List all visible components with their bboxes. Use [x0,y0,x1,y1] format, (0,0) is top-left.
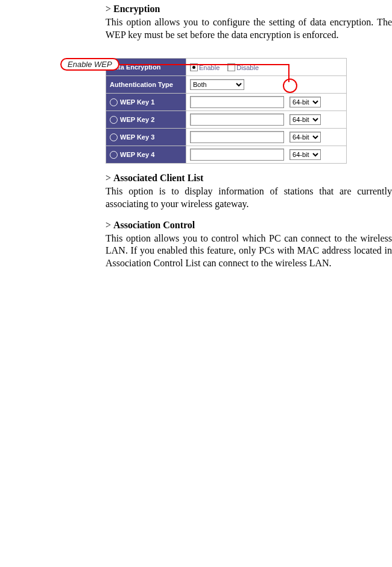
wep-key-4-value: 64-bit [186,146,347,164]
encryption-heading: > Encryption [106,3,392,16]
wep-key-4-input[interactable] [190,149,284,161]
table-row: WEP Key 4 64-bit [106,146,347,164]
wep-key-2-value: 64-bit [186,111,347,129]
table-row: Data Encryption Enable Disable [106,59,347,76]
data-encryption-value: Enable Disable [186,59,347,76]
wep-key-1-bits-select[interactable]: 64-bit [289,97,321,107]
callout-wrap: Enable WEP Data Encryption Enable Disabl… [60,58,392,164]
wep-key-2-input[interactable] [190,114,284,126]
association-control-title: Association Control [113,220,195,230]
table-row: WEP Key 1 64-bit [106,94,347,111]
wep-key-1-label: WEP Key 1 [106,94,186,111]
associated-client-list-body: This option is to display information of… [106,185,392,211]
encryption-body: This option allows you to configure the … [106,16,392,42]
associated-client-list-title: Associated Client List [113,173,203,183]
auth-type-select[interactable]: Both [190,79,244,90]
wep-key-3-bits-select[interactable]: 64-bit [289,132,321,143]
auth-type-value: Both [186,76,347,94]
wep-key-1-value: 64-bit [186,94,347,111]
wep-key-1-input[interactable] [190,96,284,108]
table-row: Authentication Type Both [106,76,347,94]
wep-settings-table: Data Encryption Enable Disable Authentic… [106,58,347,164]
wep-key-4-label: WEP Key 4 [106,146,186,164]
wep-key-3-label: WEP Key 3 [106,129,186,146]
association-control-body: This option allows you to control which … [106,232,392,270]
wep-key-2-radio[interactable] [110,116,118,124]
wep-key-4-radio[interactable] [110,151,118,159]
table-row: WEP Key 3 64-bit [106,129,347,146]
table-row: WEP Key 2 64-bit [106,111,347,129]
encryption-title: Encryption [113,4,160,14]
associated-client-list-heading: > Associated Client List [106,172,392,185]
wep-key-3-radio[interactable] [110,133,118,141]
wep-key-4-bits-select[interactable]: 64-bit [289,149,321,160]
wep-key-1-radio[interactable] [110,98,118,106]
auth-type-label: Authentication Type [106,76,186,94]
wep-key-3-value: 64-bit [186,129,347,146]
section-marker: > [106,173,113,183]
wep-key-2-label: WEP Key 2 [106,111,186,129]
section-marker: > [106,220,113,230]
enable-wep-callout: Enable WEP [60,58,119,71]
wep-key-2-bits-select[interactable]: 64-bit [289,114,321,125]
callout-connector-h [115,64,289,65]
wep-key-3-input[interactable] [190,131,284,143]
association-control-heading: > Association Control [106,219,392,232]
section-marker: > [106,4,113,14]
